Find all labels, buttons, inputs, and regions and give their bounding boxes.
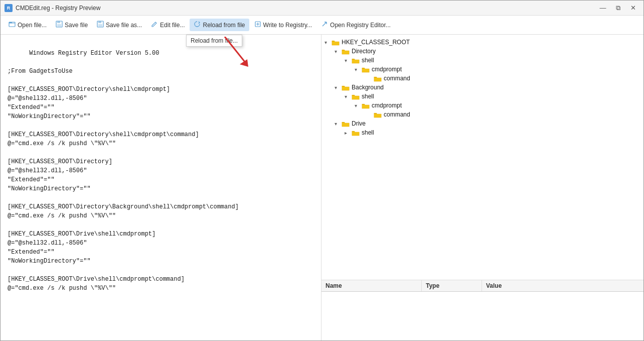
main-content: Windows Registry Editor Version 5.00 ;Fr… xyxy=(1,35,643,340)
edit-file-button[interactable]: Edit file... xyxy=(147,19,189,31)
open-file-button[interactable]: Open file... xyxy=(5,19,51,31)
editor-pane: Windows Registry Editor Version 5.00 ;Fr… xyxy=(1,35,321,340)
open-registry-editor-icon xyxy=(321,21,328,29)
root-toggle: ▾ xyxy=(325,40,332,45)
root-folder-icon xyxy=(332,39,340,46)
tooltip-text: Reload from file... xyxy=(191,37,238,44)
dir-command-label: command xyxy=(384,75,410,82)
background-toggle: ▾ xyxy=(335,85,342,90)
dir-shell-toggle: ▾ xyxy=(345,58,352,63)
tree-drive-shell-item[interactable]: ▸ shell xyxy=(321,128,643,137)
svg-rect-6 xyxy=(98,21,101,23)
write-to-registry-icon xyxy=(254,21,261,29)
open-file-label: Open file... xyxy=(18,22,47,29)
dir-shell-folder-icon xyxy=(352,57,360,64)
app-icon: R xyxy=(5,4,13,12)
directory-toggle: ▾ xyxy=(335,49,342,54)
drive-folder-icon xyxy=(342,121,350,127)
svg-rect-7 xyxy=(98,24,102,27)
edit-file-label: Edit file... xyxy=(160,22,185,29)
bg-cmdprompt-toggle: ▾ xyxy=(355,103,362,108)
background-folder-icon xyxy=(342,84,350,91)
dir-cmdprompt-toggle: ▾ xyxy=(355,67,362,72)
table-body xyxy=(321,292,643,337)
window-title: CMDEdit.reg - Registry Preview xyxy=(16,5,100,12)
col-type: Type xyxy=(422,280,482,291)
save-file-icon xyxy=(56,21,63,29)
dir-shell-label: shell xyxy=(362,57,374,64)
tree-bg-cmdprompt-item[interactable]: ▾ cmdprompt xyxy=(321,101,643,110)
title-bar: R CMDEdit.reg - Registry Preview — ⧉ ✕ xyxy=(1,1,643,16)
col-value: Value xyxy=(482,280,643,291)
restore-button[interactable]: ⧉ xyxy=(611,4,624,13)
dir-command-folder-icon xyxy=(374,75,382,82)
reload-from-file-label: Reload from file xyxy=(203,22,245,29)
open-registry-editor-label: Open Registry Editor... xyxy=(330,22,391,29)
tree-root-item[interactable]: ▾ HKEY_CLASSES_ROOT xyxy=(321,38,643,47)
reload-from-file-button[interactable]: Reload from file xyxy=(190,19,249,31)
bg-shell-toggle: ▾ xyxy=(345,94,352,99)
save-file-as-icon xyxy=(97,21,104,29)
main-window: R CMDEdit.reg - Registry Preview — ⧉ ✕ O… xyxy=(0,0,644,341)
background-label: Background xyxy=(352,84,384,91)
dir-cmdprompt-label: cmdprompt xyxy=(372,66,402,73)
tree-bg-command-item[interactable]: command xyxy=(321,110,643,119)
tree-dir-cmdprompt-item[interactable]: ▾ cmdprompt xyxy=(321,65,643,74)
bg-cmdprompt-folder-icon xyxy=(362,102,370,109)
col-name: Name xyxy=(321,280,422,291)
editor-content: Windows Registry Editor Version 5.00 ;Fr… xyxy=(8,50,239,292)
reload-from-file-icon xyxy=(194,21,201,29)
save-file-as-label: Save file as... xyxy=(106,22,142,29)
root-label: HKEY_CLASSES_ROOT xyxy=(342,39,410,46)
drive-shell-label: shell xyxy=(362,129,374,136)
tooltip-popup: Reload from file... xyxy=(186,35,242,47)
edit-file-icon xyxy=(151,21,158,29)
save-file-button[interactable]: Save file xyxy=(52,19,92,31)
drive-toggle: ▾ xyxy=(335,121,342,127)
drive-shell-folder-icon xyxy=(352,130,360,136)
registry-table: Name Type Value xyxy=(321,280,643,340)
save-file-label: Save file xyxy=(65,22,88,29)
tree-drive-item[interactable]: ▾ Drive xyxy=(321,119,643,128)
write-to-registry-label: Write to Registry... xyxy=(263,22,312,29)
close-button[interactable]: ✕ xyxy=(626,4,639,13)
tree-dir-shell-item[interactable]: ▾ shell xyxy=(321,56,643,65)
registry-tree[interactable]: ▾ HKEY_CLASSES_ROOT ▾ Directory xyxy=(321,35,643,280)
directory-folder-icon xyxy=(342,48,350,55)
table-header: Name Type Value xyxy=(321,280,643,292)
tree-background-item[interactable]: ▾ Background xyxy=(321,83,643,92)
registry-pane: ▾ HKEY_CLASSES_ROOT ▾ Directory xyxy=(321,35,643,340)
bg-shell-label: shell xyxy=(362,93,374,100)
bg-cmdprompt-label: cmdprompt xyxy=(372,102,402,109)
title-controls: — ⧉ ✕ xyxy=(596,4,639,13)
tree-directory-item[interactable]: ▾ Directory xyxy=(321,47,643,56)
save-file-as-button[interactable]: Save file as... xyxy=(93,19,146,31)
write-to-registry-button[interactable]: Write to Registry... xyxy=(250,19,316,31)
bg-command-folder-icon xyxy=(374,111,382,118)
dir-cmdprompt-folder-icon xyxy=(362,66,370,73)
open-file-icon xyxy=(9,21,16,29)
drive-shell-toggle: ▸ xyxy=(345,130,352,136)
bg-shell-folder-icon xyxy=(352,93,360,100)
svg-rect-3 xyxy=(57,21,60,23)
tree-dir-command-item[interactable]: command xyxy=(321,74,643,83)
open-registry-editor-button[interactable]: Open Registry Editor... xyxy=(317,19,395,31)
toolbar: Open file... Save file Save file as... xyxy=(1,16,643,35)
bg-command-label: command xyxy=(384,111,410,118)
minimize-button[interactable]: — xyxy=(596,4,609,13)
tree-bg-shell-item[interactable]: ▾ shell xyxy=(321,92,643,101)
title-bar-left: R CMDEdit.reg - Registry Preview xyxy=(5,4,100,12)
directory-label: Directory xyxy=(352,48,376,55)
svg-rect-4 xyxy=(57,24,61,27)
drive-label: Drive xyxy=(352,120,366,127)
